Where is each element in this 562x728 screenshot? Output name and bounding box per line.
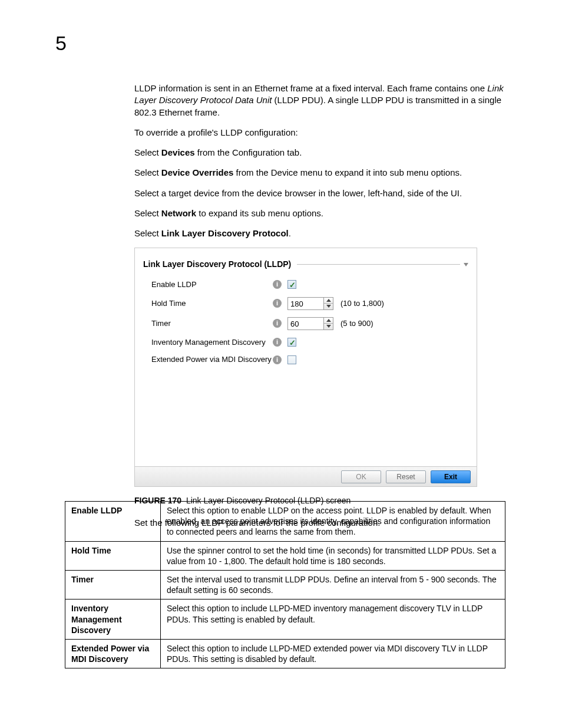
timer-value[interactable]: 60 (288, 318, 323, 330)
row-timer: Timer i 60 (5 to 900) (143, 317, 468, 330)
step-target-device: Select a target device from the device b… (134, 187, 505, 199)
page-number: 5 (55, 32, 67, 55)
param-name: Enable LLDP (65, 502, 161, 542)
param-name: Hold Time (65, 541, 161, 570)
text: to expand its sub menu options. (196, 208, 323, 218)
info-icon[interactable]: i (273, 280, 282, 289)
divider (297, 264, 460, 265)
info-icon[interactable]: i (273, 338, 282, 347)
label-enable-lldp: Enable LLDP (151, 279, 273, 290)
info-icon[interactable]: i (273, 319, 282, 328)
spinner-up-button[interactable] (324, 318, 333, 324)
intro-paragraph-2: To override a profile's LLDP configurati… (134, 127, 505, 139)
param-desc: Select this option to include LLPD-MED i… (161, 599, 505, 640)
table-row: Hold Time Use the spinner control to set… (65, 541, 505, 570)
collapse-caret-icon[interactable] (464, 263, 468, 266)
reset-button[interactable]: Reset (386, 470, 426, 483)
table-row: Timer Set the interval used to transmit … (65, 570, 505, 599)
text: Select (134, 147, 161, 157)
ok-button[interactable]: OK (341, 470, 381, 483)
text: from the Device menu to expand it into s… (233, 167, 462, 177)
text: Select (134, 167, 161, 177)
info-icon[interactable]: i (273, 355, 282, 364)
param-desc: Set the interval used to transmit LLDP P… (161, 570, 505, 599)
row-inventory-discovery: Inventory Management Discovery i ✓ (143, 337, 468, 348)
text: . (289, 228, 291, 238)
chevron-down-icon (326, 305, 331, 308)
label-timer: Timer (151, 318, 273, 329)
range-hint-hold: (10 to 1,800) (340, 298, 384, 309)
param-name: Inventory Management Discovery (65, 599, 161, 640)
param-name: Extended Power via MDI Discovery (65, 639, 161, 668)
panel-footer: OK Reset Exit (135, 466, 477, 486)
checkbox-extended-power[interactable] (287, 355, 296, 364)
table-row: Extended Power via MDI Discovery Select … (65, 639, 505, 668)
spinner-down-button[interactable] (324, 303, 333, 309)
param-desc: Use the spinner control to set the hold … (161, 541, 505, 570)
range-hint-timer: (5 to 900) (340, 318, 373, 329)
check-icon: ✓ (289, 338, 296, 348)
info-icon[interactable]: i (273, 299, 282, 308)
spinner-up-button[interactable] (324, 298, 333, 304)
label-inventory-discovery: Inventory Management Discovery (151, 337, 273, 348)
text: LLDP information is sent in an Ethernet … (134, 83, 487, 93)
keyword-lldp: Link Layer Discovery Protocol (161, 228, 289, 238)
chevron-up-icon (326, 299, 331, 302)
check-icon: ✓ (289, 280, 296, 291)
checkbox-inventory-discovery[interactable]: ✓ (287, 338, 296, 347)
exit-button[interactable]: Exit (431, 470, 471, 483)
keyword-network: Network (161, 208, 196, 218)
step-select-device-overrides: Select Device Overrides from the Device … (134, 167, 505, 179)
keyword-device-overrides: Device Overrides (161, 167, 234, 177)
chevron-down-icon (326, 325, 331, 328)
row-hold-time: Hold Time i 180 (10 to 1,800) (143, 297, 468, 310)
panel-titlebar: Link Layer Discovery Protocol (LLDP) (143, 259, 468, 270)
table-row: Inventory Management Discovery Select th… (65, 599, 505, 640)
table-row: Enable LLDP Select this option to enable… (65, 502, 505, 542)
text: Select (134, 228, 161, 238)
text: Select (134, 208, 161, 218)
panel-title: Link Layer Discovery Protocol (LLDP) (143, 259, 297, 270)
keyword-devices: Devices (161, 147, 195, 157)
hold-time-value[interactable]: 180 (288, 298, 323, 309)
row-extended-power: Extended Power via MDI Discovery i (143, 354, 468, 365)
param-name: Timer (65, 570, 161, 599)
label-extended-power: Extended Power via MDI Discovery (151, 354, 273, 365)
step-select-devices: Select Devices from the Configuration ta… (134, 147, 505, 159)
param-desc: Select this option to include LLPD-MED e… (161, 639, 505, 668)
spinner-hold-time[interactable]: 180 (287, 297, 333, 310)
spinner-down-button[interactable] (324, 323, 333, 330)
checkbox-enable-lldp[interactable]: ✓ (287, 280, 296, 289)
label-hold-time: Hold Time (151, 298, 273, 309)
param-desc: Select this option to enable LLDP on the… (161, 502, 505, 542)
spinner-timer[interactable]: 60 (287, 317, 333, 330)
intro-paragraph-1: LLDP information is sent in an Ethernet … (134, 83, 505, 118)
step-select-network: Select Network to expand its sub menu op… (134, 207, 505, 219)
lldp-panel: Link Layer Discovery Protocol (LLDP) Ena… (134, 248, 477, 487)
parameters-table: Enable LLDP Select this option to enable… (65, 501, 505, 668)
chevron-up-icon (326, 319, 331, 322)
step-select-lldp: Select Link Layer Discovery Protocol. (134, 228, 505, 239)
text: from the Configuration tab. (195, 147, 302, 157)
row-enable-lldp: Enable LLDP i ✓ (143, 279, 468, 290)
